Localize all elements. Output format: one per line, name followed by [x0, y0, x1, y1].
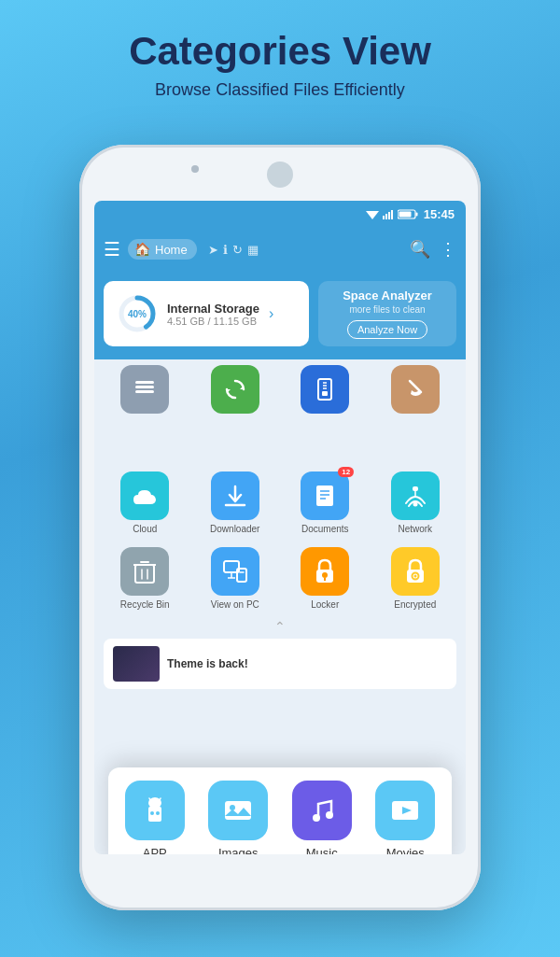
svg-rect-34 [316, 486, 333, 506]
page-title: Categories View [19, 30, 541, 73]
nav-sync-icon[interactable]: ↻ [232, 243, 243, 257]
status-time: 15:45 [424, 207, 455, 221]
svg-rect-22 [148, 807, 161, 822]
svg-point-29 [313, 814, 320, 822]
status-bar: 15:45 [94, 201, 466, 227]
music-icon-wrap [292, 781, 352, 840]
phone-cat-layers[interactable] [104, 365, 187, 414]
main-popup: APP Images [108, 767, 452, 854]
phone-cat-zip[interactable] [284, 365, 367, 414]
main-cats-grid: APP Images [118, 781, 442, 854]
network-icon-wrap [391, 471, 440, 520]
home-icon: 🏠 [134, 242, 150, 257]
downloader-icon [222, 483, 248, 509]
third-row-section: Recycle Bin Vi [94, 540, 466, 615]
documents-icon [312, 483, 338, 509]
svg-rect-6 [415, 212, 417, 216]
storage-percent: 40% [128, 309, 147, 319]
documents-label: Documents [301, 524, 349, 534]
svg-rect-19 [322, 391, 328, 396]
theme-thumbnail [113, 646, 160, 682]
app-toolbar: ☰ 🏠 Home ➤ ℹ ↻ ▦ 🔍 ⋮ [94, 227, 466, 272]
search-icon[interactable]: 🔍 [410, 239, 430, 260]
nav-send-icon[interactable]: ➤ [208, 243, 218, 257]
phone-cat-downloader[interactable]: Downloader [194, 471, 277, 534]
phone-home-button [267, 162, 293, 188]
phone-cat-recycle[interactable]: Recycle Bin [104, 547, 187, 610]
analyze-now-button[interactable]: Analyze Now [347, 320, 427, 339]
phone-cat-cloud[interactable]: Cloud [104, 471, 187, 534]
phone-bg-cats [94, 359, 466, 419]
space-analyzer-title: Space Analyzer [329, 289, 445, 303]
broom-icon-wrap [391, 365, 440, 414]
hamburger-icon[interactable]: ☰ [104, 238, 120, 260]
broom-icon [403, 377, 427, 401]
encrypted-label: Encrypted [394, 599, 436, 610]
theme-banner-text: Theme is back! [167, 657, 248, 670]
svg-rect-4 [391, 210, 393, 219]
signal-icon [383, 209, 394, 219]
second-row-section: Cloud Downloader [94, 419, 466, 540]
nav-info-icon[interactable]: ℹ [223, 243, 228, 257]
toolbar-right: 🔍 ⋮ [410, 239, 456, 260]
toolbar-breadcrumb[interactable]: 🏠 Home [128, 239, 197, 260]
storage-chevron-icon: › [269, 305, 273, 322]
svg-rect-12 [135, 381, 154, 384]
svg-rect-7 [399, 211, 411, 217]
phone-cat-documents[interactable]: 12 Documents [284, 471, 367, 534]
phone-cat-sync[interactable] [194, 365, 277, 414]
cat-music[interactable]: Music [285, 781, 359, 854]
app-icon-wrap [125, 781, 185, 840]
view-on-pc-icon [222, 559, 248, 584]
storage-donut: 40% [117, 293, 158, 334]
cat-app[interactable]: APP [118, 781, 192, 854]
cloud-label: Cloud [133, 524, 157, 534]
bottom-section: ⌃ Theme is back! [94, 615, 466, 697]
theme-banner[interactable]: Theme is back! [104, 639, 456, 689]
cloud-icon [132, 486, 158, 506]
movies-icon [388, 794, 422, 827]
music-icon [305, 794, 339, 827]
encrypted-icon-wrap [391, 547, 440, 596]
phone-cat-broom[interactable] [374, 365, 457, 414]
svg-line-20 [410, 381, 421, 392]
cat-movies[interactable]: Movies [369, 781, 443, 854]
svg-point-38 [413, 502, 417, 507]
viewonpc-label: View on PC [211, 599, 259, 610]
svg-rect-2 [385, 214, 387, 219]
zip-icon-wrap [301, 365, 349, 414]
svg-point-52 [322, 572, 328, 578]
phone-cat-encrypted[interactable]: Encrypted [374, 547, 457, 610]
movies-icon-wrap [375, 781, 435, 840]
downloader-label: Downloader [210, 524, 259, 534]
storage-details: 4.51 GB / 11.15 GB [167, 316, 259, 327]
svg-rect-41 [135, 565, 154, 583]
network-label: Network [398, 524, 432, 534]
recycle-icon-wrap [120, 547, 169, 596]
page-header: Categories View Browse Classified Files … [0, 0, 560, 115]
cat-images[interactable]: Images [202, 781, 276, 854]
cloud-icon-wrap [120, 471, 169, 520]
phone-cat-network[interactable]: Network [374, 471, 457, 534]
encrypted-icon [404, 558, 427, 584]
svg-point-30 [326, 811, 333, 819]
phone-cat-viewonpc[interactable]: View on PC [194, 547, 277, 610]
recycle-bin-icon [133, 558, 157, 584]
app-icon [138, 794, 172, 827]
sync-icon-wrap [211, 365, 259, 414]
nav-grid-icon[interactable]: ▦ [247, 243, 259, 257]
wifi-icon [366, 209, 379, 219]
downloader-icon-wrap [211, 471, 259, 520]
documents-badge: 12 [338, 467, 354, 477]
images-icon-wrap [208, 781, 268, 840]
more-icon[interactable]: ⋮ [440, 239, 456, 260]
phone-cat-locker[interactable]: Locker [284, 547, 367, 610]
phone-outer: 15:45 ☰ 🏠 Home ➤ ℹ ↻ ▦ 🔍 ⋮ [79, 145, 481, 910]
space-analyzer-subtitle: more files to clean [329, 304, 445, 315]
layers-icon-wrap [120, 365, 169, 414]
images-icon [221, 794, 255, 827]
svg-point-23 [150, 811, 154, 815]
viewonpc-icon-wrap [211, 547, 259, 596]
storage-card[interactable]: 40% Internal Storage 4.51 GB / 11.15 GB … [104, 281, 309, 346]
battery-icon [398, 209, 418, 219]
